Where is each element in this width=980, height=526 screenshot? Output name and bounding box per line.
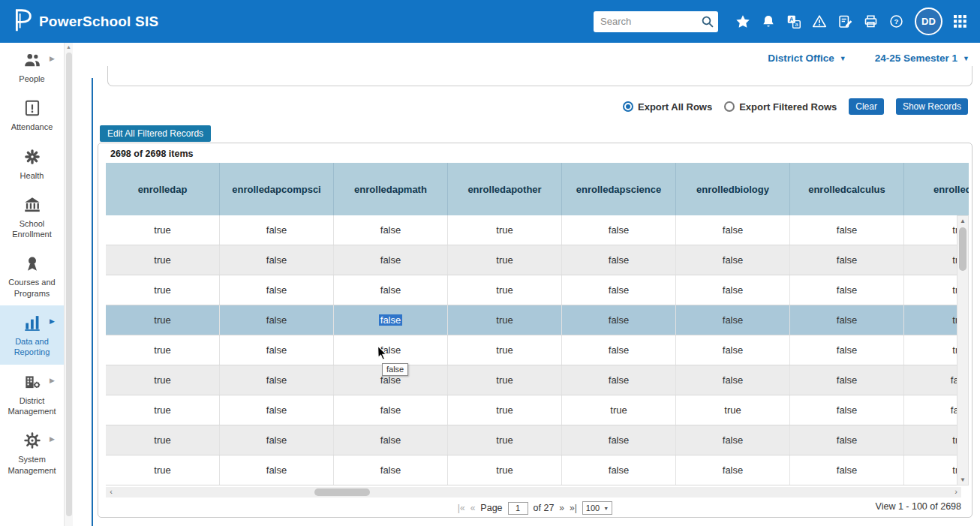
- table-cell[interactable]: false: [334, 395, 448, 425]
- table-row[interactable]: truefalsefalsetruefalsefalsefalsetrue: [106, 215, 957, 245]
- table-cell[interactable]: true: [448, 455, 562, 485]
- table-cell[interactable]: true: [904, 455, 957, 485]
- table-cell[interactable]: false: [676, 335, 790, 365]
- column-header-enrolledapscience[interactable]: enrolledapscience: [562, 163, 676, 215]
- translate-icon[interactable]: Aa: [781, 9, 807, 35]
- sidebar-item-health[interactable]: Health: [0, 140, 64, 188]
- scrollbar-thumb[interactable]: [314, 488, 370, 496]
- sidebar-item-people[interactable]: People▶: [0, 43, 64, 91]
- table-cell[interactable]: true: [448, 305, 562, 335]
- table-cell[interactable]: true: [106, 395, 220, 425]
- sidebar-item-district-management[interactable]: District Management▶: [0, 365, 64, 424]
- table-cell[interactable]: false: [904, 365, 957, 395]
- sidebar-item-system-management[interactable]: System Management▶: [0, 423, 64, 482]
- scroll-right-icon[interactable]: ›: [951, 487, 961, 497]
- table-row[interactable]: truefalsefalsetruefalsefalsefalsetrue: [106, 455, 957, 485]
- last-page-icon[interactable]: »|: [570, 503, 577, 512]
- page-number-input[interactable]: [508, 502, 528, 515]
- prev-page-icon[interactable]: «: [470, 503, 476, 512]
- table-cell[interactable]: false: [220, 305, 334, 335]
- scrollbar-thumb[interactable]: [66, 53, 72, 516]
- print-icon[interactable]: [858, 9, 883, 35]
- school-selector[interactable]: District Office ▼: [768, 53, 846, 64]
- column-header-enrolledapmath[interactable]: enrolledapmath: [334, 163, 448, 215]
- help-icon[interactable]: ?: [883, 9, 909, 35]
- table-cell[interactable]: true: [106, 305, 220, 335]
- table-cell[interactable]: false: [904, 395, 957, 425]
- table-cell[interactable]: false: [790, 245, 904, 275]
- table-cell[interactable]: true: [448, 215, 562, 245]
- table-cell[interactable]: false: [562, 275, 676, 305]
- table-cell[interactable]: false: [676, 275, 790, 305]
- table-row[interactable]: truefalsefalsetruefalsefalsefalsetrue: [106, 425, 957, 455]
- grid-horizontal-scrollbar[interactable]: ‹ ›: [106, 487, 961, 497]
- table-cell[interactable]: true: [106, 425, 220, 455]
- first-page-icon[interactable]: |«: [458, 503, 465, 512]
- table-cell[interactable]: true: [448, 245, 562, 275]
- scroll-down-icon[interactable]: ▼: [957, 476, 968, 483]
- table-row[interactable]: truefalsefalsetruefalsefalsefalsetrue: [106, 335, 957, 365]
- table-cell[interactable]: false: [676, 245, 790, 275]
- table-cell[interactable]: true: [448, 395, 562, 425]
- table-cell[interactable]: true: [676, 395, 790, 425]
- table-cell[interactable]: false: [562, 215, 676, 245]
- table-cell[interactable]: false: [676, 455, 790, 485]
- table-cell[interactable]: true: [562, 395, 676, 425]
- sidebar-scrollbar[interactable]: ▲: [64, 43, 73, 526]
- table-cell[interactable]: false: [220, 455, 334, 485]
- table-cell[interactable]: true: [106, 245, 220, 275]
- table-cell[interactable]: false: [562, 245, 676, 275]
- scroll-up-icon[interactable]: ▲: [957, 218, 968, 224]
- export-all-radio[interactable]: [623, 101, 633, 112]
- table-cell[interactable]: false: [334, 335, 448, 365]
- table-cell[interactable]: false: [790, 365, 904, 395]
- forms-icon[interactable]: [832, 9, 858, 35]
- next-page-icon[interactable]: »: [559, 503, 564, 512]
- table-cell[interactable]: false: [562, 305, 676, 335]
- clear-button[interactable]: Clear: [849, 98, 884, 115]
- column-header-enrolledcalculus[interactable]: enrolledcalculus: [790, 163, 904, 215]
- column-header-enrolledapcompsci[interactable]: enrolledapcompsci: [220, 163, 334, 215]
- table-cell[interactable]: false: [220, 395, 334, 425]
- sidebar-item-school-enrollment[interactable]: School Enrollment: [0, 188, 64, 247]
- table-cell[interactable]: false: [676, 215, 790, 245]
- apps-grid-icon[interactable]: [947, 9, 972, 35]
- table-cell[interactable]: true: [106, 275, 220, 305]
- table-cell[interactable]: true: [904, 275, 957, 305]
- table-cell[interactable]: false: [676, 365, 790, 395]
- table-cell[interactable]: true: [904, 425, 957, 455]
- edit-all-filtered-records-button[interactable]: Edit All Filtered Records: [100, 125, 211, 142]
- table-cell[interactable]: true: [448, 365, 562, 395]
- table-cell[interactable]: false: [334, 215, 448, 245]
- table-cell[interactable]: false: [790, 425, 904, 455]
- scroll-left-icon[interactable]: ‹: [106, 487, 116, 497]
- scrollbar-thumb[interactable]: [959, 227, 966, 271]
- table-cell[interactable]: false: [790, 395, 904, 425]
- table-cell[interactable]: false: [220, 335, 334, 365]
- table-cell[interactable]: true: [106, 455, 220, 485]
- table-cell[interactable]: false: [562, 425, 676, 455]
- table-cell[interactable]: false: [790, 215, 904, 245]
- search-icon[interactable]: [701, 15, 714, 32]
- table-row[interactable]: truefalsefalsetruefalsefalsefalsetrue: [106, 245, 957, 275]
- favorites-star-icon[interactable]: [730, 9, 756, 35]
- sidebar-item-data-and-reporting[interactable]: Data and Reporting▶: [0, 305, 64, 365]
- table-cell[interactable]: true: [904, 245, 957, 275]
- sidebar-item-courses-and-programs[interactable]: Courses and Programs: [0, 246, 64, 305]
- table-cell[interactable]: false: [790, 455, 904, 485]
- table-cell[interactable]: false: [220, 275, 334, 305]
- table-cell[interactable]: true: [448, 275, 562, 305]
- grid-vertical-scrollbar[interactable]: ▲ ▼: [957, 215, 969, 485]
- notifications-bell-icon[interactable]: [756, 9, 781, 35]
- search-input[interactable]: [594, 11, 718, 32]
- table-cell[interactable]: false: [334, 275, 448, 305]
- table-cell[interactable]: true: [106, 215, 220, 245]
- table-row[interactable]: truefalsefalsetruetruetruefalsefalse: [106, 395, 957, 425]
- show-records-button[interactable]: Show Records: [896, 98, 968, 115]
- table-row[interactable]: truefalsefalsetruefalsefalsefalsefalse: [106, 365, 957, 395]
- selected-cell-text[interactable]: false: [379, 314, 402, 326]
- table-cell[interactable]: false: [562, 365, 676, 395]
- table-row[interactable]: truefalsefalsetruefalsefalsefalsetrue: [106, 275, 957, 305]
- table-cell[interactable]: true: [448, 335, 562, 365]
- term-selector[interactable]: 24-25 Semester 1 ▼: [875, 53, 969, 64]
